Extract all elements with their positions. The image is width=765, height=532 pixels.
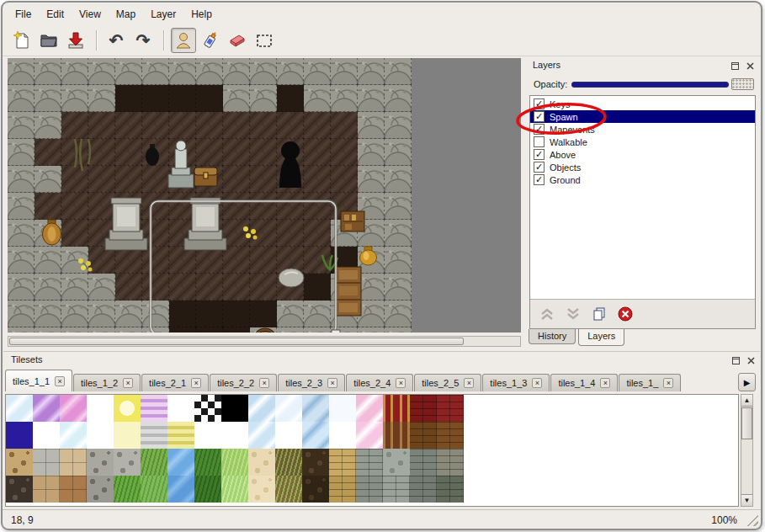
palette-tile[interactable]	[275, 395, 302, 422]
palette-tile[interactable]	[248, 476, 275, 503]
tileset-tab-tiles_2_3[interactable]: tiles_2_3×	[278, 374, 345, 391]
palette-tile[interactable]	[141, 395, 167, 422]
palette-tile[interactable]	[60, 449, 87, 476]
palette-tile[interactable]	[221, 395, 248, 422]
palette-tile[interactable]	[114, 395, 141, 422]
palette-tile[interactable]	[383, 449, 410, 476]
palette-tile[interactable]	[248, 422, 275, 449]
palette-tile[interactable]	[141, 449, 167, 476]
palette-tile[interactable]	[275, 449, 302, 476]
palette-tile[interactable]	[33, 449, 60, 476]
palette-tile[interactable]	[114, 449, 141, 476]
palette-tile[interactable]	[275, 476, 302, 503]
dock-tab-history[interactable]: History	[529, 329, 576, 344]
palette-tile[interactable]	[275, 422, 302, 449]
tab-close-icon[interactable]: ×	[123, 378, 133, 388]
layer-checkbox[interactable]: ✓	[534, 124, 545, 135]
lower-layer-button[interactable]	[564, 305, 582, 323]
fill-tool-button[interactable]	[198, 28, 223, 53]
tab-close-icon[interactable]: ×	[55, 376, 65, 386]
palette-tile[interactable]	[302, 422, 329, 449]
open-file-button[interactable]	[36, 28, 61, 53]
tileset-tab-tiles_2_1[interactable]: tiles_2_1×	[141, 374, 209, 391]
palette-tile[interactable]	[356, 476, 383, 503]
palette-tile[interactable]	[437, 395, 464, 422]
eraser-tool-button[interactable]	[225, 28, 250, 53]
layer-row-keys[interactable]: ✓Keys	[530, 98, 755, 110]
tileset-tab-tiles_1_3[interactable]: tiles_1_3×	[482, 374, 550, 391]
layer-checkbox[interactable]: ✓	[534, 149, 545, 160]
palette-tile[interactable]	[221, 449, 248, 476]
palette-tile[interactable]	[410, 476, 437, 503]
layer-checkbox[interactable]: ✓	[534, 174, 545, 185]
palette-tile[interactable]	[302, 476, 329, 503]
menu-view[interactable]: View	[72, 6, 109, 23]
tileset-tab-tiles_2_4[interactable]: tiles_2_4×	[346, 374, 413, 391]
tileset-tab-tiles_2_5[interactable]: tiles_2_5×	[414, 374, 481, 391]
palette-vertical-scrollbar[interactable]: ▲ ▼	[741, 394, 753, 507]
tab-close-icon[interactable]: ×	[191, 378, 201, 388]
palette-tile[interactable]	[167, 476, 194, 503]
palette-tile[interactable]	[33, 395, 60, 422]
close-tilesets-button[interactable]	[745, 354, 757, 366]
tileset-palette[interactable]	[5, 394, 739, 507]
palette-tile[interactable]	[356, 449, 383, 476]
map-canvas[interactable]	[8, 58, 521, 332]
resize-grip[interactable]	[746, 514, 758, 526]
tab-close-icon[interactable]: ×	[327, 378, 337, 388]
palette-tile[interactable]	[60, 422, 87, 449]
palette-tile[interactable]	[248, 395, 275, 422]
raise-layer-button[interactable]	[538, 305, 556, 323]
vertical-scroll-thumb[interactable]	[741, 407, 752, 439]
tileset-tab-tiles_1_4[interactable]: tiles_1_4×	[550, 374, 618, 391]
close-dock-button[interactable]	[744, 60, 756, 72]
tab-close-icon[interactable]: ×	[663, 378, 673, 388]
palette-tile[interactable]	[33, 476, 60, 503]
palette-tile[interactable]	[114, 422, 141, 449]
palette-tile[interactable]	[33, 422, 60, 449]
palette-tile[interactable]	[6, 422, 33, 449]
palette-tile[interactable]	[87, 449, 114, 476]
undo-button[interactable]: ↶	[104, 28, 129, 53]
palette-tile[interactable]	[329, 449, 356, 476]
palette-tile[interactable]	[329, 422, 356, 449]
palette-tile[interactable]	[221, 476, 248, 503]
opacity-slider-handle[interactable]	[731, 78, 754, 90]
tab-close-icon[interactable]: ×	[532, 378, 542, 388]
tab-close-icon[interactable]: ×	[464, 378, 474, 388]
horizontal-scroll-thumb[interactable]	[9, 338, 464, 345]
palette-tile[interactable]	[410, 449, 437, 476]
palette-tile[interactable]	[302, 449, 329, 476]
palette-tile[interactable]	[356, 395, 383, 422]
tileset-tab-tiles_1_2[interactable]: tiles_1_2×	[73, 374, 141, 391]
save-button[interactable]	[63, 28, 88, 53]
map-horizontal-scrollbar[interactable]	[8, 336, 521, 347]
tab-close-icon[interactable]: ×	[396, 378, 406, 388]
palette-tile[interactable]	[329, 476, 356, 503]
palette-tile[interactable]	[302, 395, 329, 422]
palette-tile[interactable]	[114, 476, 141, 503]
palette-tile[interactable]	[194, 476, 221, 503]
redo-button[interactable]: ↷	[130, 28, 156, 53]
palette-tile[interactable]	[356, 422, 383, 449]
float-dock-button[interactable]	[729, 60, 741, 72]
duplicate-layer-button[interactable]	[590, 305, 608, 323]
palette-tile[interactable]	[60, 476, 87, 503]
palette-tile[interactable]	[383, 422, 410, 449]
menu-layer[interactable]: Layer	[143, 6, 183, 23]
delete-layer-button[interactable]	[616, 305, 635, 323]
palette-tile[interactable]	[6, 476, 33, 503]
opacity-slider[interactable]	[571, 82, 729, 88]
layer-row-above[interactable]: ✓Above	[530, 148, 755, 161]
palette-tile[interactable]	[383, 476, 410, 503]
palette-tile[interactable]	[167, 422, 194, 449]
layer-row-spawn[interactable]: ✓Spawn	[530, 110, 755, 123]
layer-row-walkable[interactable]: Walkable	[530, 136, 755, 148]
palette-tile[interactable]	[167, 449, 194, 476]
select-tool-button[interactable]	[252, 28, 277, 53]
layer-checkbox[interactable]: ✓	[534, 111, 545, 122]
menu-edit[interactable]: Edit	[39, 6, 72, 23]
scroll-down-button[interactable]: ▼	[741, 494, 752, 506]
palette-tile[interactable]	[6, 449, 33, 476]
layer-checkbox[interactable]	[534, 136, 545, 147]
